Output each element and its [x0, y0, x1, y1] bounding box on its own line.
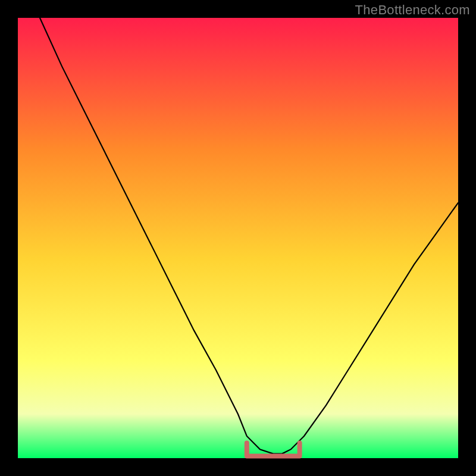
- plot-background: [18, 18, 458, 458]
- chart-frame: TheBottleneck.com: [0, 0, 476, 476]
- watermark-text: TheBottleneck.com: [355, 2, 470, 18]
- bottleneck-chart: [0, 0, 476, 476]
